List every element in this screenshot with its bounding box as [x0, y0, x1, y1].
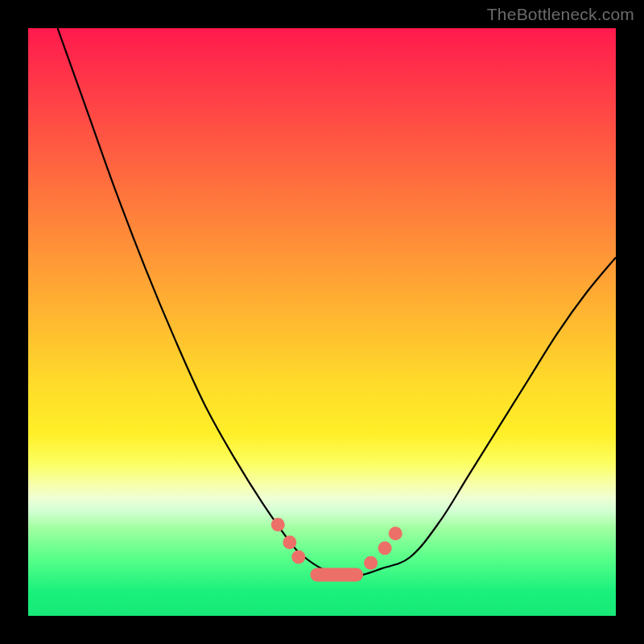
plot-area [28, 28, 616, 616]
curve-marker [364, 556, 378, 570]
bottleneck-curve [58, 28, 617, 575]
curve-marker [389, 526, 402, 540]
curve-marker [271, 518, 285, 531]
watermark-text: TheBottleneck.com [487, 5, 634, 24]
curve-marker [283, 535, 296, 549]
curve-marker [378, 542, 392, 555]
curve-marker [291, 551, 305, 564]
marker-group [271, 518, 402, 581]
curve-svg [28, 28, 616, 616]
trough-pill [310, 568, 363, 581]
chart-frame: TheBottleneck.com [0, 0, 644, 644]
